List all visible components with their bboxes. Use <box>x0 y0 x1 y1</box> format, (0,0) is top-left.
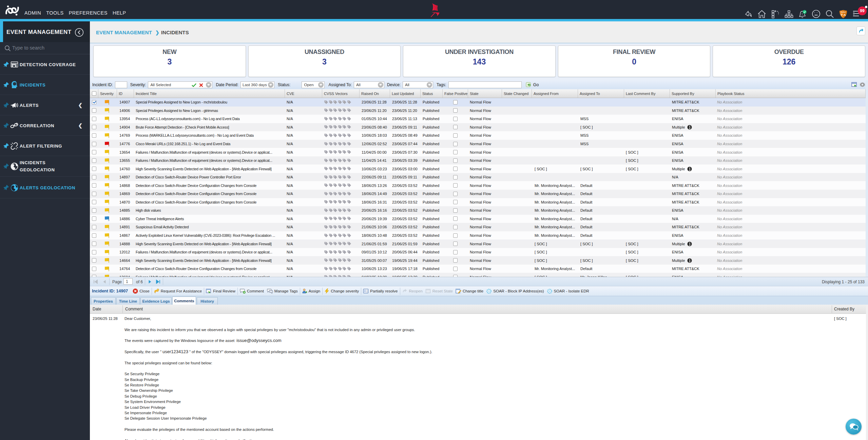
svg-text:RedSail: RedSail <box>841 11 846 13</box>
svg-text:T·A: T·A <box>841 13 846 17</box>
